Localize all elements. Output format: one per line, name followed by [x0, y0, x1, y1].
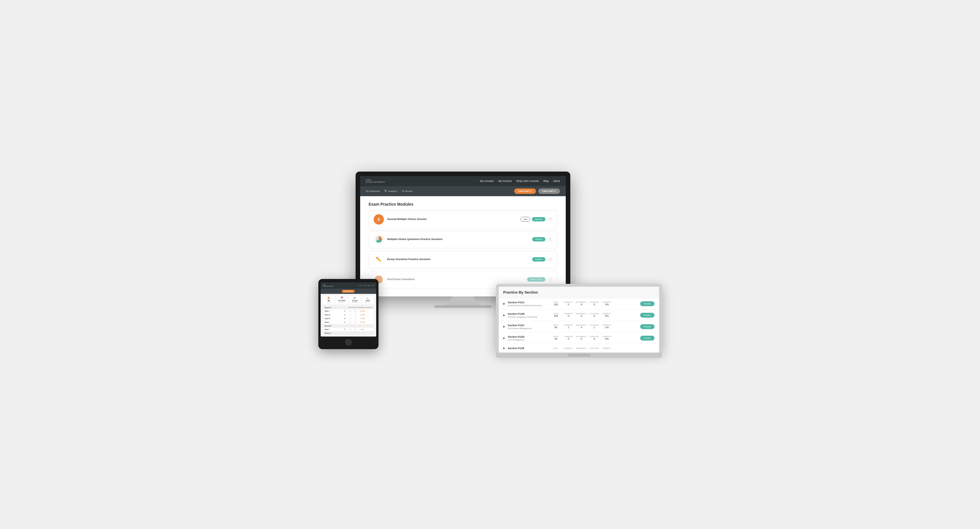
stat-flagged-p1sa: FLAGGED 0 — [589, 301, 600, 306]
laptop-device: Practice By Section ▶ Section P1SA Exter… — [496, 284, 662, 358]
analytics-icon: 🔍 — [385, 190, 387, 193]
section-name-p1sa: Section P1SA External Financial Reportin… — [508, 301, 548, 306]
monitor-logo: CMA EXAM ACADEMY — [366, 179, 385, 183]
monitor-nav: CMA EXAM ACADEMY My Courses My Account S… — [360, 176, 566, 186]
practice-btn-p1sa[interactable]: Practice — [640, 301, 654, 306]
info-button-paused[interactable]: ? — [549, 218, 552, 221]
tablet-row-topic1b: Topic 1b 40 2 3 0 51% — [323, 317, 374, 320]
nav-link-blog[interactable]: Blog — [543, 180, 549, 182]
calendar-icon: 📅 — [337, 297, 347, 299]
laptop-screen: Practice By Section ▶ Section P1SA Exter… — [499, 287, 659, 352]
tablet-frame: CMA EXAM ACADEMY Courses Blog Shop Help … — [318, 279, 379, 349]
tablet-row-topic2: Topic 2 81 2 3 0 51% — [323, 320, 374, 324]
check-icon: ✓ — [363, 297, 373, 299]
card-text-final: Final Exam Simulation — [387, 278, 523, 281]
practice-btn-p1sd[interactable]: Practice — [640, 336, 654, 341]
section-list: ▶ Section P1SA External Financial Report… — [499, 298, 659, 352]
pause-icon: ⏸ — [374, 214, 384, 225]
subnav-dashboard[interactable]: ⊞ Dashboard — [366, 190, 380, 193]
section-name-p1se: Section P1SE — [508, 347, 548, 350]
monitor-nav-links: My Courses My Account Shop CMA Courses B… — [480, 180, 560, 182]
nav-link-about[interactable]: About — [553, 180, 560, 182]
monitor-content: Exam Practice Modules ⏸ Paused Multiple … — [360, 196, 566, 296]
practice-btn-p1sb[interactable]: Practice — [640, 313, 654, 318]
practice-button-mcq[interactable]: Practice — [532, 237, 545, 241]
section-arrow-p1sb[interactable]: ▶ — [503, 314, 505, 317]
info-button-final[interactable]: ? — [549, 278, 552, 281]
tablet-section-c-header: Section C — [323, 331, 374, 335]
card-text-paused: Paused Multiple Choice Session — [387, 218, 517, 221]
tablet-nav-links: Courses Blog Shop Help — [359, 285, 374, 286]
card-text-mcq: Multiple-Choice Questions Practice Sessi… — [387, 238, 529, 241]
laptop-section-title: Practice By Section — [503, 290, 654, 295]
section-arrow-p1se[interactable]: ▶ — [503, 347, 505, 349]
stat-pct-p1sa: CORRECT 3% — [602, 301, 612, 306]
tablet-row-topic1: Topic 1 84 3 5 0 51% — [323, 309, 374, 313]
paused-session-card: ⏸ Paused Multiple Choice Session End Res… — [369, 210, 557, 228]
card-text-essay: Essay Scenarios Practice Sessions — [387, 258, 529, 261]
section-arrow-p1sa[interactable]: ▶ — [503, 303, 505, 305]
practice-btn-p1sc[interactable]: Practice — [640, 324, 654, 329]
monitor-base — [434, 305, 492, 308]
tablet-row-section-b-topic1: Topic 1 44 0 0 0 0% — [323, 328, 374, 331]
tablet-content: 🔥 26 streak 📅 24.11.2020 last activity ⏱… — [321, 294, 376, 336]
tablet-nav: CMA EXAM ACADEMY Courses Blog Shop Help — [321, 282, 376, 289]
nav-link-shop[interactable]: Shop CMA Courses — [516, 180, 539, 182]
monitor-subnav: ⊞ Dashboard 🔍 Analytics 👁 Review — [360, 186, 566, 196]
nav-link-courses[interactable]: My Courses — [480, 180, 493, 182]
pie-chart-icon — [374, 234, 384, 245]
tablet-row-topic1a: Topic 1a 44 1 2 0 51% — [323, 313, 374, 317]
tablet-section-a-header: Section A TOTAL CORRECT INCORRECT FLAGGE… — [323, 306, 374, 309]
resume-button[interactable]: Resume — [532, 217, 545, 221]
stat-incorrect-p1sa: INCORRECT 8 — [576, 301, 587, 306]
paused-card-actions: End Resume — [520, 217, 546, 221]
tablet-stats-row: 🔥 26 streak 📅 24.11.2020 last activity ⏱… — [323, 296, 374, 304]
info-button-mcq[interactable]: ? — [549, 238, 552, 241]
info-button-essay[interactable]: ? — [549, 258, 552, 261]
section-stats-p1sd: TOTAL 39 CORRECT 0 INCORRECT 0 — [551, 336, 638, 340]
tablet-stat-correct: ✓ 57% avg correct — [362, 296, 374, 304]
tablet-device: CMA EXAM ACADEMY Courses Blog Shop Help … — [318, 279, 379, 349]
nav-link-account[interactable]: My Account — [498, 180, 512, 182]
subnav-review[interactable]: 👁 Review — [402, 190, 412, 193]
monitor-screen: CMA EXAM ACADEMY My Courses My Account S… — [360, 176, 566, 296]
monitor-subnav-left: ⊞ Dashboard 🔍 Analytics 👁 Review — [366, 190, 412, 193]
cma-part1-button[interactable]: CMA PART 1 — [514, 188, 536, 194]
section-arrow-p1sc[interactable]: ▶ — [503, 325, 505, 328]
clock-icon: ⏱ — [350, 297, 360, 299]
stat-correct-p1sa: CORRECT 5 — [563, 301, 574, 306]
section-row-p1sa: ▶ Section P1SA External Financial Report… — [499, 298, 659, 310]
subnav-analytics[interactable]: 🔍 Analytics — [385, 190, 398, 193]
tablet-subnav: CMA PART 1 — [321, 289, 376, 294]
practice-button-final[interactable]: Practice Copy — [527, 277, 546, 282]
streak-icon: 🔥 — [324, 297, 334, 299]
stat-total-p1sa: TOTAL 165 — [551, 301, 561, 306]
tablet-stat-date: 📅 24.11.2020 last activity — [336, 296, 348, 304]
laptop-bottom — [496, 352, 662, 358]
section-row-p1sc: ▶ Section P1SC Performance Management TO… — [499, 321, 659, 333]
tablet-table: Section A TOTAL CORRECT INCORRECT FLAGGE… — [323, 306, 374, 335]
tablet-logo: CMA EXAM ACADEMY — [323, 284, 334, 287]
tablet-home-button[interactable] — [345, 339, 352, 346]
section-name-p1sd: Section P1SD Cost Management — [508, 335, 548, 341]
laptop-header: Practice By Section — [499, 287, 659, 298]
eye-icon: 👁 — [402, 190, 404, 193]
section-row-p1se: ▶ Section P1SE TOTAL CORRECT — [499, 344, 659, 352]
section-arrow-p1sd[interactable]: ▶ — [503, 337, 505, 339]
monitor-stand — [446, 296, 480, 305]
scene: CMA EXAM ACADEMY My Courses My Account S… — [318, 172, 662, 358]
end-button[interactable]: End — [520, 217, 530, 221]
essay-card: ✏️ Essay Scenarios Practice Sessions Pra… — [369, 251, 557, 268]
tablet-section-b-header: Section B — [323, 324, 374, 328]
section-stats-p1sb: TOTAL 189 CORRECT 0 INCORRECT 0 — [551, 313, 638, 317]
section-stats-p1sc: TOTAL 94 CORRECT 1 INCORRECT 4 — [551, 324, 638, 329]
tablet-screen: CMA EXAM ACADEMY Courses Blog Shop Help … — [321, 282, 376, 336]
cma-part2-button[interactable]: CMA PART 2 — [538, 188, 560, 194]
practice-button-essay[interactable]: Practice — [532, 257, 545, 261]
section-name-p1sc: Section P1SC Performance Management — [508, 324, 548, 329]
laptop-frame: Practice By Section ▶ Section P1SA Exter… — [496, 284, 662, 352]
tablet-part1-button[interactable]: CMA PART 1 — [342, 290, 355, 293]
section-stats-p1sa: TOTAL 165 CORRECT 5 INCORRECT 8 — [551, 301, 638, 306]
section-name-p1sb: Section P1SB Planning, Budgeting, Foreca… — [508, 312, 548, 318]
monitor-frame: CMA EXAM ACADEMY My Courses My Account S… — [356, 172, 570, 296]
